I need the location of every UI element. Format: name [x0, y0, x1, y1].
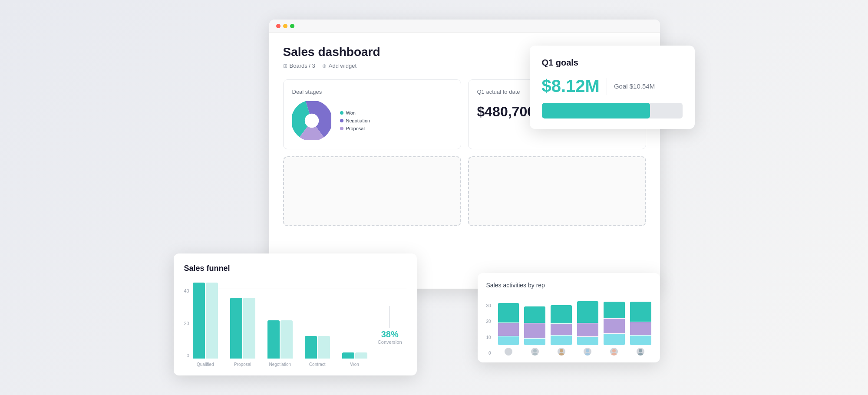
funnel-bar-wrapper-negotiation	[267, 320, 293, 359]
act-bar-rep5	[604, 302, 625, 356]
funnel-bar-qualified-main	[193, 283, 205, 359]
seg-purple-1	[498, 323, 519, 336]
act-stack-rep1	[498, 303, 519, 345]
act-y-0: 0	[486, 351, 491, 356]
seg-lightteal-5	[604, 334, 625, 345]
act-stack-rep5	[604, 302, 625, 345]
boards-breadcrumb[interactable]: ⊞ Boards / 3	[283, 63, 315, 69]
seg-teal-2	[524, 306, 545, 323]
funnel-bar-contract-main	[305, 336, 317, 359]
sales-activities-card: Sales activities by rep 30 20 10 0	[478, 273, 660, 362]
seg-teal-5	[604, 302, 625, 318]
act-bars	[498, 303, 651, 356]
y-label-0: 0	[184, 353, 189, 358]
legend-proposal: Proposal	[340, 126, 370, 131]
avatar-1	[505, 348, 512, 356]
boards-label: Boards / 3	[290, 63, 315, 69]
seg-purple-2	[524, 323, 545, 338]
bar-label-qualified: Qualified	[197, 362, 214, 367]
funnel-bar-qualified: Qualified	[193, 283, 218, 367]
bar-label-contract: Contract	[309, 362, 326, 367]
legend-negotiation: Negotiation	[340, 118, 370, 123]
conversion-value: 38%	[378, 329, 402, 339]
boards-icon: ⊞	[283, 63, 287, 69]
sales-funnel-card: Sales funnel 40 20 0 Qualified	[174, 253, 417, 375]
seg-lightteal-1	[498, 336, 519, 345]
seg-purple-4	[577, 323, 598, 336]
legend-won: Won	[340, 110, 370, 115]
seg-teal-6	[630, 302, 651, 322]
progress-bar-fill	[542, 103, 650, 118]
avatar-4	[584, 348, 591, 356]
avatar-2	[531, 348, 539, 356]
act-stack-rep4	[577, 301, 598, 345]
add-widget-button[interactable]: ⊕ Add widget	[322, 63, 356, 69]
seg-purple-5	[604, 319, 625, 333]
deal-stages-widget: Deal stages	[283, 79, 461, 149]
svg-point-12	[612, 349, 616, 352]
funnel-bar-wrapper-contract	[305, 336, 330, 359]
seg-lightteal-2	[524, 339, 545, 345]
svg-point-10	[586, 349, 589, 352]
svg-point-5	[506, 353, 511, 356]
funnel-bar-contract-bg	[318, 336, 330, 359]
avatar-3	[558, 348, 565, 356]
q1-goals-card: Q1 goals $8.12M Goal $10.54M	[530, 46, 695, 129]
bar-label-won: Won	[350, 362, 359, 367]
funnel-bar-wrapper-won	[342, 352, 367, 359]
close-button[interactable]	[276, 24, 281, 28]
svg-point-4	[507, 349, 510, 352]
seg-lightteal-4	[577, 337, 598, 345]
conversion-line	[389, 306, 390, 328]
proposal-dot	[340, 127, 343, 130]
proposal-label: Proposal	[346, 126, 365, 131]
funnel-bar-proposal-main	[230, 298, 242, 359]
act-bar-rep2	[524, 306, 545, 356]
funnel-bar-negotiation-bg	[281, 320, 293, 359]
y-label-20: 20	[184, 321, 189, 326]
add-widget-label: Add widget	[329, 63, 356, 69]
funnel-bar-qualified-bg	[206, 283, 218, 359]
maximize-button[interactable]	[290, 24, 294, 28]
act-stack-rep2	[524, 306, 545, 345]
funnel-bar-won: Won	[342, 352, 367, 367]
funnel-chart-area: 40 20 0 Qualified	[184, 280, 406, 367]
activities-chart: 30 20 10 0	[486, 295, 651, 356]
funnel-bar-contract: Contract	[305, 336, 330, 367]
act-bar-rep1	[498, 303, 519, 356]
svg-point-15	[638, 353, 643, 356]
svg-point-14	[639, 349, 642, 352]
q1-divider	[607, 78, 607, 95]
svg-point-13	[611, 353, 617, 356]
seg-purple-3	[551, 324, 572, 335]
funnel-bars: Qualified Proposal	[193, 289, 406, 367]
add-icon: ⊕	[322, 63, 327, 69]
negotiation-label: Negotiation	[346, 118, 370, 123]
svg-point-7	[532, 353, 538, 356]
q1-current-value: $8.12M	[542, 76, 600, 96]
funnel-bars-container: Qualified Proposal	[193, 289, 406, 367]
seg-purple-6	[630, 322, 651, 335]
deal-stages-pie	[292, 101, 331, 140]
activities-title: Sales activities by rep	[486, 282, 651, 289]
funnel-bar-proposal: Proposal	[230, 298, 255, 367]
funnel-bar-wrapper-qualified	[193, 283, 218, 359]
window-chrome	[269, 20, 660, 33]
act-stack-rep3	[551, 305, 572, 345]
y-label-40: 40	[184, 289, 189, 293]
seg-teal-1	[498, 303, 519, 323]
minimize-button[interactable]	[283, 24, 287, 28]
q1-goal-label: Goal $10.54M	[614, 82, 655, 90]
act-bar-rep4	[577, 301, 598, 356]
avatar-5	[610, 348, 618, 356]
act-y-10: 10	[486, 335, 491, 340]
funnel-bar-negotiation: Negotiation	[267, 320, 293, 367]
svg-point-6	[533, 349, 537, 352]
deal-stages-content: Won Negotiation Proposal	[292, 101, 452, 140]
funnel-conversion: 38% Conversion	[378, 306, 402, 345]
funnel-y-axis: 40 20 0	[184, 289, 189, 367]
avatar-6	[637, 348, 644, 356]
funnel-title: Sales funnel	[184, 264, 406, 273]
svg-point-9	[559, 353, 564, 356]
seg-teal-3	[551, 305, 572, 323]
